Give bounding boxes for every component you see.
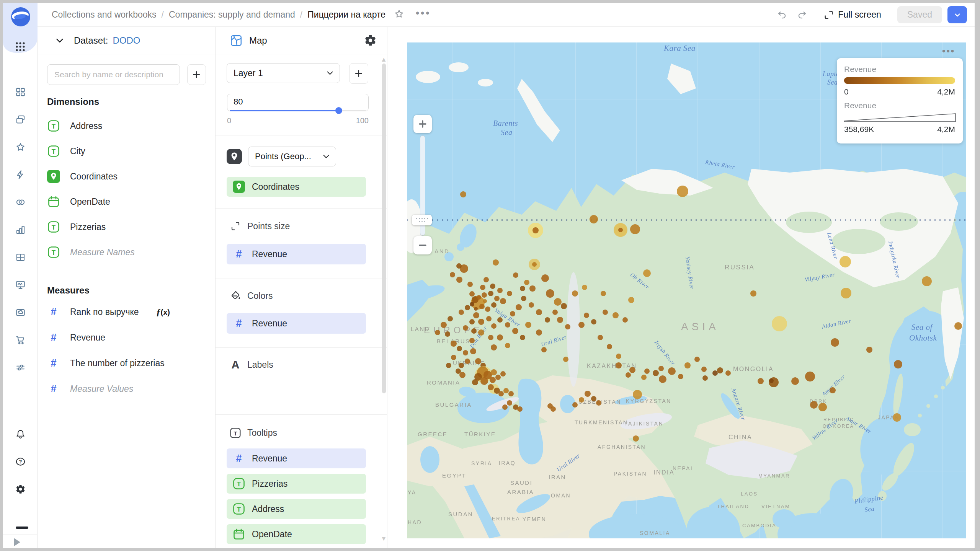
map-point[interactable] (791, 377, 799, 385)
map-point[interactable] (445, 331, 450, 337)
map-point[interactable] (644, 368, 650, 374)
map-point[interactable] (565, 324, 570, 329)
field-row[interactable]: TCity (38, 139, 215, 164)
map-point[interactable] (456, 263, 462, 269)
colors-revenue-chip[interactable]: # Revenue (227, 313, 366, 334)
map-point[interactable] (505, 343, 510, 348)
map-point[interactable] (810, 401, 818, 409)
map-point[interactable] (758, 378, 764, 384)
map-point[interactable] (490, 377, 496, 383)
map-point[interactable] (529, 285, 536, 292)
map-point[interactable] (772, 316, 787, 331)
map-point[interactable] (658, 366, 664, 371)
map-point[interactable] (479, 304, 485, 309)
fullscreen-icon[interactable] (823, 10, 834, 20)
map-point[interactable] (529, 302, 534, 308)
map-point[interactable] (516, 304, 522, 310)
map-point[interactable] (486, 316, 492, 321)
rail-monitoring-icon[interactable] (3, 271, 38, 298)
map-point[interactable] (702, 375, 708, 381)
field-row[interactable]: #Revenue (38, 325, 215, 350)
map-point[interactable] (585, 391, 591, 397)
rail-settings-icon[interactable] (3, 475, 38, 503)
field-row[interactable]: OpenDate (38, 189, 215, 214)
map-point[interactable] (477, 295, 481, 300)
field-row[interactable]: #Rank по выручкеƒ(x) (38, 299, 215, 325)
rail-notifications-icon[interactable] (3, 420, 38, 448)
map-point[interactable] (954, 322, 962, 330)
map-point[interactable] (598, 335, 603, 340)
scroll-up-icon[interactable]: ▲ (381, 56, 387, 64)
map-point[interactable] (769, 378, 774, 383)
rail-collections-icon[interactable] (3, 106, 38, 133)
map-point[interactable] (451, 355, 456, 360)
map-point[interactable] (491, 323, 497, 329)
map-point[interactable] (591, 319, 596, 324)
map-point[interactable] (465, 359, 470, 364)
rail-charts-icon[interactable] (3, 216, 38, 243)
map-point[interactable] (469, 291, 475, 297)
map-point[interactable] (482, 292, 487, 298)
map-point[interactable] (510, 311, 515, 316)
rail-tables-icon[interactable] (3, 243, 38, 271)
field-row[interactable]: Coordinates (38, 164, 215, 189)
map-point[interactable] (578, 322, 585, 328)
dataset-header[interactable]: Dataset: DODO (38, 27, 216, 54)
window-scrollbar-gutter[interactable] (975, 0, 980, 551)
map-point[interactable] (497, 288, 503, 293)
map-point[interactable] (490, 284, 495, 289)
map-point[interactable] (840, 256, 851, 267)
map-point[interactable] (532, 262, 537, 267)
map-point[interactable] (475, 358, 481, 364)
config-scrollbar[interactable] (382, 64, 386, 393)
map-point[interactable] (694, 357, 700, 362)
map-point[interactable] (532, 227, 539, 233)
map-point[interactable] (469, 338, 475, 343)
map-point[interactable] (469, 319, 475, 324)
field-row[interactable]: TAddress (38, 113, 215, 139)
map-point[interactable] (491, 369, 497, 375)
chart-settings-gear-icon[interactable] (364, 34, 377, 47)
map-point[interactable] (463, 325, 468, 331)
map-point[interactable] (507, 291, 512, 296)
expand-sidebar-button[interactable] (14, 538, 20, 546)
map-point[interactable] (524, 280, 529, 285)
more-actions-icon[interactable]: ••• (416, 13, 431, 17)
map-point[interactable] (507, 400, 512, 406)
tooltip-chip-pizzerias[interactable]: TPizzerias (227, 474, 366, 494)
map-point[interactable] (465, 305, 470, 310)
search-input[interactable] (47, 64, 180, 85)
map-point[interactable] (470, 302, 474, 306)
layer-select[interactable]: Layer 1 (227, 63, 340, 83)
map-point[interactable] (684, 362, 691, 368)
map-point[interactable] (450, 272, 455, 277)
map-point[interactable] (618, 228, 623, 232)
zoom-in-button[interactable] (413, 115, 432, 133)
map-point[interactable] (473, 312, 479, 318)
map-point[interactable] (459, 310, 464, 315)
apps-grid-icon[interactable] (15, 41, 26, 52)
rail-dashboard-icon[interactable] (3, 78, 38, 106)
opacity-slider[interactable] (230, 110, 366, 111)
map-point[interactable] (591, 396, 596, 401)
map-point[interactable] (541, 347, 547, 352)
map-point[interactable] (668, 367, 676, 375)
map-point[interactable] (641, 375, 647, 380)
map-point[interactable] (546, 289, 554, 298)
map-point[interactable] (474, 307, 478, 311)
map-point[interactable] (478, 329, 484, 336)
saved-button[interactable]: Saved (897, 6, 942, 23)
map-point[interactable] (525, 322, 531, 328)
dataset-name-link[interactable]: DODO (113, 35, 140, 46)
map-point[interactable] (503, 388, 509, 393)
map-point[interactable] (545, 317, 550, 323)
map-point[interactable] (491, 344, 497, 350)
map-point[interactable] (626, 372, 631, 378)
map-point[interactable] (512, 328, 518, 334)
map-menu-icon[interactable]: ••• (942, 46, 955, 56)
map-point[interactable] (725, 370, 731, 376)
map-point[interactable] (435, 330, 440, 335)
map-point[interactable] (866, 347, 872, 353)
map-point[interactable] (552, 310, 558, 315)
map-point[interactable] (590, 215, 598, 223)
